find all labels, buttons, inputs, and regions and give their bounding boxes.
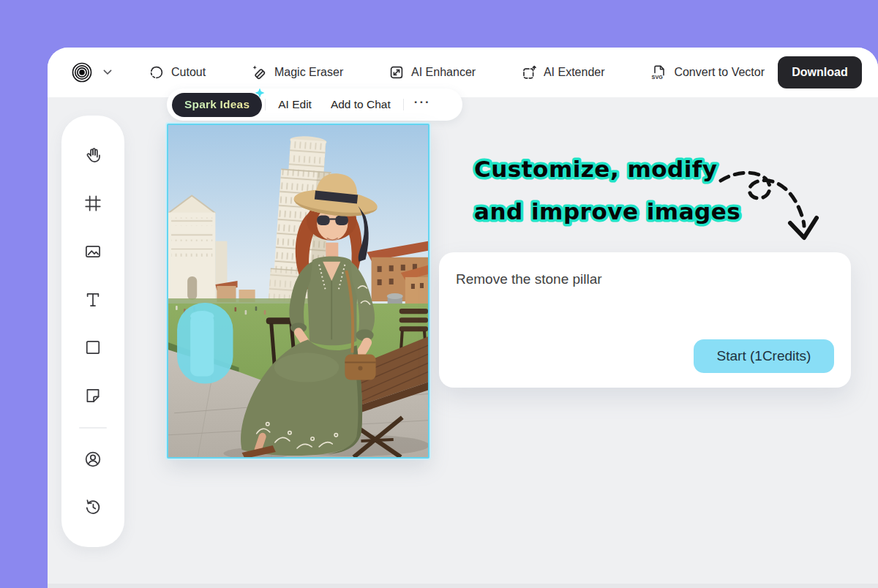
app-window: Cutout Magic Eraser: [48, 48, 878, 588]
cutout-label: Cutout: [171, 66, 206, 79]
canvas-toolbar: Spark Ideas AI Edit Add to Chat ···: [167, 88, 462, 121]
ai-extender-icon: [521, 64, 537, 80]
bottom-edge: [48, 584, 878, 588]
ai-edit-tab[interactable]: AI Edit: [269, 98, 321, 111]
pan-tool-button[interactable]: [76, 140, 110, 172]
prompt-card: Remove the stone pillar Start (1Credits): [439, 252, 851, 388]
magic-eraser-button[interactable]: Magic Eraser: [251, 64, 343, 81]
ai-enhancer-icon: [389, 64, 405, 80]
square-shape-icon: [83, 338, 102, 357]
crop-frame-icon: [83, 194, 102, 213]
app-logo-icon: [70, 60, 94, 85]
crop-tool-button[interactable]: [76, 188, 110, 220]
profile-button[interactable]: [76, 443, 110, 475]
image-icon: [83, 242, 102, 261]
app-menu-button[interactable]: [70, 48, 112, 97]
prompt-input[interactable]: Remove the stone pillar: [456, 271, 834, 287]
svg-icon-text: SVG: [652, 74, 664, 80]
sparkle-icon: [252, 87, 267, 102]
add-to-chat-tab[interactable]: Add to Chat: [321, 98, 400, 111]
tab-divider: [403, 99, 404, 110]
history-button[interactable]: [76, 491, 110, 523]
cutout-icon: [149, 64, 165, 80]
hand-icon: [83, 146, 102, 165]
arrow-doodle-icon: [715, 165, 825, 249]
start-button[interactable]: Start (1Credits): [694, 339, 834, 373]
left-toolbar: [61, 116, 124, 547]
user-circle-icon: [83, 450, 102, 469]
spark-ideas-label: Spark Ideas: [184, 98, 249, 111]
convert-to-vector-label: Convert to Vector: [674, 66, 765, 79]
selection-mask[interactable]: [177, 303, 233, 383]
hero-line-2: and improve images: [474, 198, 740, 225]
ai-enhancer-label: AI Enhancer: [411, 66, 476, 79]
magic-eraser-label: Magic Eraser: [274, 66, 343, 79]
ai-enhancer-button[interactable]: AI Enhancer: [389, 64, 476, 80]
hero-headline: Customize, modify and improve images: [470, 142, 865, 244]
convert-to-vector-button[interactable]: SVG Convert to Vector: [650, 64, 765, 81]
ai-extender-label: AI Extender: [544, 66, 605, 79]
download-button[interactable]: Download: [778, 56, 862, 88]
text-tool-button[interactable]: [76, 284, 110, 316]
canvas-image[interactable]: [167, 124, 429, 459]
text-icon: [83, 290, 102, 309]
topbar: Cutout Magic Eraser: [48, 48, 878, 97]
shape-tool-button[interactable]: [76, 332, 110, 364]
history-icon: [83, 497, 102, 516]
sticky-note-icon: [83, 386, 102, 405]
spark-ideas-button[interactable]: Spark Ideas: [172, 93, 262, 117]
hero-line-1: Customize, modify: [474, 156, 718, 182]
chevron-down-icon: [103, 69, 112, 75]
ai-extender-button[interactable]: AI Extender: [521, 64, 605, 80]
more-options-button[interactable]: ···: [407, 95, 435, 114]
magic-eraser-icon: [251, 64, 268, 81]
notes-tool-button[interactable]: [76, 380, 110, 412]
cutout-button[interactable]: Cutout: [149, 64, 206, 80]
photo-scene: [168, 125, 428, 457]
convert-to-vector-icon: SVG: [650, 64, 667, 81]
sidebar-divider: [79, 427, 107, 429]
image-tool-button[interactable]: [76, 235, 110, 268]
